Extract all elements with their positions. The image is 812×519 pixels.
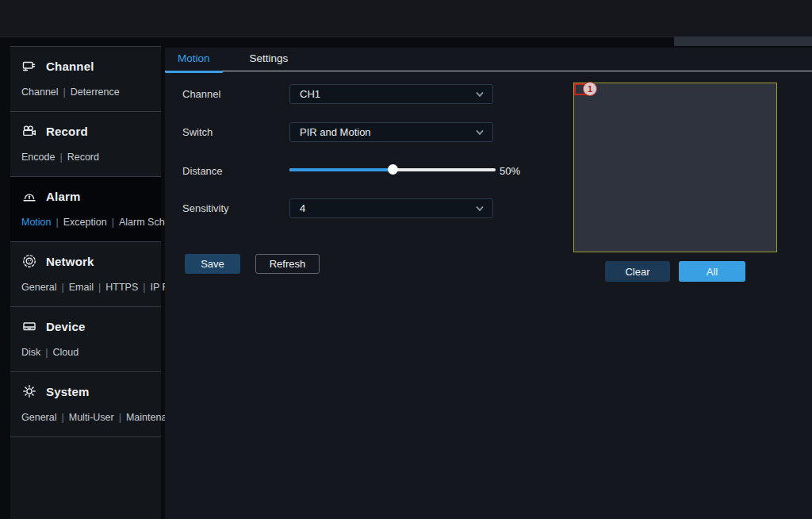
sidebar-section-title: Device (46, 320, 86, 333)
sidebar-section-links: Motion|Exception|Alarm Schedule|Voice Pr… (21, 213, 150, 232)
app-root: { "sidebar": { "sections": [ { "title": … (0, 0, 812, 519)
sidebar-link-general[interactable]: General (21, 282, 56, 293)
tab-motion[interactable]: Motion (165, 48, 223, 71)
slider-fill (289, 168, 393, 171)
link-separator: | (61, 282, 63, 293)
link-separator: | (63, 86, 66, 98)
switch-select-value: PIR and Motion (300, 126, 371, 138)
top-scroll-strip (674, 37, 812, 46)
sidebar-section-links: General|Email|HTTPS|IP Filter|Voice Assi… (21, 278, 150, 297)
distance-value: 50% (500, 165, 520, 177)
record-icon (21, 123, 37, 139)
sidebar-link-general[interactable]: General (21, 412, 56, 423)
link-separator: | (143, 282, 145, 293)
top-bar (0, 0, 812, 37)
sidebar-link-encode[interactable]: Encode (21, 152, 55, 163)
sidebar-section-header[interactable]: Record (21, 121, 150, 140)
sidebar-section-record: Record Encode|Record (10, 112, 161, 177)
sidebar-section-title: Alarm (46, 190, 81, 203)
all-button[interactable]: All (679, 261, 745, 282)
chevron-down-icon (475, 128, 485, 137)
sidebar-section-device: Device Disk|Cloud (10, 307, 161, 372)
save-button[interactable]: Save (185, 254, 240, 274)
alarm-icon (21, 188, 37, 204)
link-separator: | (45, 347, 48, 358)
sidebar-section-links: Encode|Record (21, 148, 150, 167)
sensitivity-select[interactable]: 4 (289, 198, 493, 218)
sidebar-link-email[interactable]: Email (69, 282, 94, 293)
sidebar-section-links: Channel|Deterrence (21, 83, 150, 102)
distance-label: Distance (182, 165, 223, 177)
tab-bar: MotionSettings (165, 48, 812, 71)
switch-select[interactable]: PIR and Motion (289, 122, 493, 142)
channel-label: Channel (182, 88, 220, 100)
sidebar-link-cloud[interactable]: Cloud (53, 347, 79, 358)
region-count-badge: 1 (583, 82, 597, 96)
sidebar-section-title: System (46, 385, 90, 398)
sidebar-section-system: System General|Multi-User|Maintenance|In… (10, 372, 161, 437)
slider-thumb[interactable] (388, 164, 398, 175)
sidebar-link-motion[interactable]: Motion (21, 217, 52, 228)
sidebar-link-record[interactable]: Record (67, 152, 99, 163)
sidebar-link-disk[interactable]: Disk (21, 347, 40, 358)
sidebar-section-header[interactable]: Alarm (21, 186, 150, 206)
sidebar-link-exception[interactable]: Exception (63, 217, 107, 228)
channel-select-value: CH1 (300, 88, 320, 100)
sidebar-section-title: Record (46, 125, 88, 138)
sidebar-section-network: Network General|Email|HTTPS|IP Filter|Vo… (10, 242, 161, 307)
switch-label: Switch (182, 126, 213, 138)
system-icon (21, 383, 37, 399)
sidebar-section-header[interactable]: Device (21, 317, 150, 336)
link-separator: | (98, 282, 101, 293)
distance-slider[interactable] (289, 164, 496, 175)
camera-icon (21, 58, 37, 74)
sidebar-section-links: General|Multi-User|Maintenance|Informati… (21, 408, 150, 427)
sidebar-sections: Channel Channel|Deterrence Record Encode… (10, 47, 161, 437)
sidebar-section-alarm: Alarm Motion|Exception|Alarm Schedule|Vo… (10, 177, 161, 242)
chevron-down-icon (475, 204, 485, 213)
sidebar-link-deterrence[interactable]: Deterrence (71, 86, 120, 98)
sidebar-link-multi-user[interactable]: Multi-User (69, 412, 114, 423)
sensitivity-label: Sensitivity (182, 202, 229, 214)
refresh-button[interactable]: Refresh (255, 254, 320, 274)
sensitivity-select-value: 4 (300, 202, 305, 214)
content-panel: MotionSettings Channel CH1 Switch PIR an… (165, 48, 812, 519)
sidebar-section-header[interactable]: Network (21, 252, 150, 271)
device-icon (21, 318, 37, 334)
motion-region-grid[interactable]: 1 (573, 83, 777, 252)
sidebar-section-channel: Channel Channel|Deterrence (10, 47, 161, 112)
sidebar-section-header[interactable]: System (21, 382, 150, 401)
sidebar: Channel Channel|Deterrence Record Encode… (10, 46, 161, 519)
link-separator: | (119, 412, 121, 423)
tab-settings[interactable]: Settings (237, 48, 301, 71)
link-separator: | (56, 217, 59, 228)
link-separator: | (59, 152, 62, 163)
sidebar-section-title: Channel (46, 60, 94, 73)
network-icon (21, 253, 37, 269)
sidebar-link-https[interactable]: HTTPS (105, 282, 138, 293)
chevron-down-icon (475, 90, 485, 99)
sidebar-section-header[interactable]: Channel (21, 56, 150, 75)
sidebar-link-channel[interactable]: Channel (21, 86, 59, 98)
clear-button[interactable]: Clear (605, 261, 670, 282)
channel-select[interactable]: CH1 (289, 84, 493, 104)
sidebar-section-links: Disk|Cloud (21, 343, 150, 362)
link-separator: | (61, 412, 63, 423)
link-separator: | (112, 217, 114, 228)
sidebar-section-title: Network (46, 255, 94, 268)
